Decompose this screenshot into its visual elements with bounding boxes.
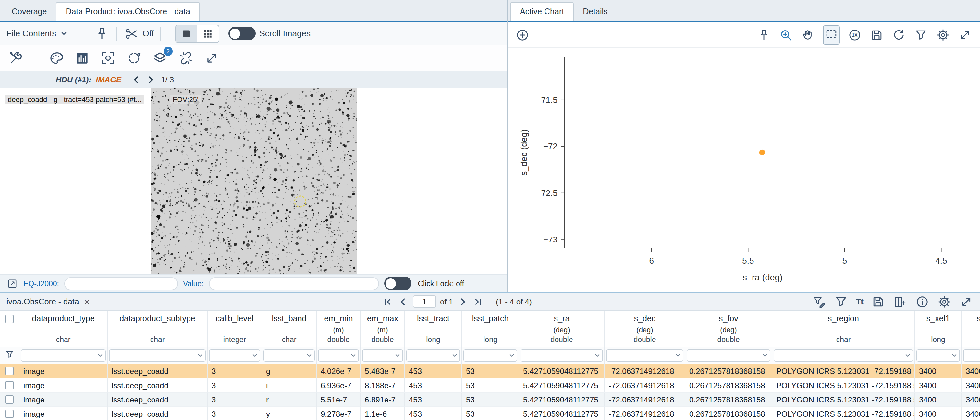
tab-active-chart[interactable]: Active Chart (510, 2, 574, 21)
column-filter-combo[interactable] (318, 349, 359, 361)
pin-icon[interactable] (94, 25, 109, 41)
sky-image[interactable] (150, 88, 356, 274)
column-filter-combo[interactable] (606, 349, 683, 361)
next-icon[interactable] (457, 296, 469, 307)
save-icon[interactable] (871, 294, 885, 309)
column-header[interactable]: em_max(m)double (361, 311, 405, 347)
last-page-icon[interactable] (473, 296, 484, 307)
column-filter-combo[interactable] (21, 349, 106, 361)
data-table-wrap[interactable]: dataproduct_typechardataproduct_subtypec… (0, 311, 980, 420)
image-viewer[interactable]: deep_coadd - g - tract=453 patch=53 (#t.… (0, 88, 507, 274)
expand-viewer-icon[interactable] (6, 277, 18, 289)
page-number-input[interactable] (413, 295, 436, 308)
tab-coverage[interactable]: Coverage (3, 2, 56, 21)
close-icon[interactable]: × (84, 297, 89, 306)
column-header[interactable]: calib_levelinteger (208, 311, 262, 347)
tab-details[interactable]: Details (574, 2, 617, 21)
pan-icon[interactable] (801, 28, 815, 42)
edit-filter-icon[interactable] (811, 294, 826, 309)
table-row[interactable]: imagelsst.deep_coadd3r5.51e-76.891e-7453… (0, 393, 980, 407)
tab-data-product[interactable]: Data Product: ivoa.ObsCore - data (56, 2, 200, 21)
row-checkbox[interactable] (5, 395, 14, 404)
scatter-chart[interactable]: 65.554.5−71.5−72−72.5−73s_ra (deg)s_dec … (508, 48, 980, 292)
column-filter-combo[interactable] (520, 349, 603, 361)
select-area-button[interactable] (823, 25, 840, 45)
next-icon[interactable] (145, 74, 156, 85)
save-icon[interactable] (870, 28, 884, 42)
table-row[interactable]: imagelsst.deep_coadd3g4.026e-75.483e-745… (0, 364, 980, 379)
palette-icon[interactable] (48, 50, 64, 66)
cut-icon[interactable] (123, 25, 138, 41)
click-lock-toggle[interactable] (384, 277, 412, 290)
add-chart-icon[interactable] (515, 28, 530, 42)
filter-icon[interactable] (834, 294, 848, 309)
column-header[interactable]: lsst_bandchar (262, 311, 317, 347)
recenter-icon[interactable] (100, 50, 116, 66)
table-panel: ivoa.ObsCore - data × of 1 (1 - 4 of 4) … (0, 292, 980, 420)
column-filter-combo[interactable] (209, 349, 260, 361)
zoom-original-icon[interactable] (848, 28, 862, 42)
expand-icon[interactable] (204, 50, 220, 66)
column-header[interactable]: s_xel1long (915, 311, 962, 347)
column-header[interactable]: em_min(m)double (317, 311, 361, 347)
column-header[interactable]: dataproduct_subtypechar (108, 311, 208, 347)
table-tab[interactable]: ivoa.ObsCore - data × (6, 297, 89, 306)
column-header[interactable]: s_fov(deg)double (685, 311, 772, 347)
prev-icon[interactable] (130, 74, 142, 85)
column-filter-combo[interactable] (264, 349, 315, 361)
scroll-images-toggle[interactable] (228, 27, 255, 40)
column-filter-combo[interactable] (687, 349, 770, 361)
restore-icon[interactable] (892, 28, 906, 42)
column-filter-combo[interactable] (109, 349, 206, 361)
expand-icon[interactable] (958, 28, 972, 42)
column-header[interactable]: s_ra(deg)double (519, 311, 605, 347)
add-column-icon[interactable] (893, 294, 907, 309)
select-all-checkbox[interactable] (0, 311, 19, 347)
row-checkbox[interactable] (5, 410, 14, 418)
unlink-icon[interactable] (178, 50, 194, 66)
table-cell: 5.4271059048112775 (519, 407, 605, 420)
column-header[interactable]: dataproduct_typechar (19, 311, 108, 347)
column-header[interactable]: lsst_tractlong (405, 311, 462, 347)
text-view-icon[interactable]: Tt (856, 297, 863, 306)
first-page-icon[interactable] (382, 296, 393, 307)
column-filter-combo[interactable] (916, 349, 960, 361)
column-filter-combo[interactable] (963, 349, 980, 361)
row-checkbox[interactable] (5, 367, 14, 375)
column-filter-combo[interactable] (774, 349, 913, 361)
chart-panel: Active Chart Details 65.554.5−71.5−72−72… (508, 0, 980, 292)
prev-icon[interactable] (397, 296, 409, 307)
column-header[interactable]: s_regionchar (772, 311, 915, 347)
hdu-type-label: IMAGE (96, 75, 121, 84)
table-row[interactable]: imagelsst.deep_coadd3i6.936e-78.188e-745… (0, 379, 980, 393)
value-readout (209, 277, 379, 290)
column-filter-combo[interactable] (406, 349, 460, 361)
column-filter-combo[interactable] (362, 349, 403, 361)
file-contents-dropdown[interactable]: File Contents (6, 29, 68, 38)
expand-icon[interactable] (959, 294, 974, 309)
table-cell: 6.891e-7 (361, 393, 405, 407)
info-icon[interactable] (915, 294, 929, 309)
column-name: dataproduct_subtype (119, 314, 195, 323)
column-header[interactable]: s_xel2long (962, 311, 980, 347)
coord-readout (64, 277, 178, 290)
column-filter-combo[interactable] (463, 349, 517, 361)
table-row[interactable]: imagelsst.deep_coadd3y9.278e-71.1e-64535… (0, 407, 980, 420)
histogram-icon[interactable] (74, 50, 90, 66)
column-type: double (633, 336, 656, 345)
layers-icon[interactable]: 2 (152, 50, 168, 66)
image-panel: Coverage Data Product: ivoa.ObsCore - da… (0, 0, 508, 292)
row-checkbox[interactable] (5, 381, 14, 390)
tools-icon[interactable] (8, 50, 24, 66)
pin-icon[interactable] (757, 28, 771, 42)
grid-view-button[interactable] (197, 25, 218, 42)
single-view-button[interactable] (175, 25, 197, 42)
column-header[interactable]: lsst_patchlong (462, 311, 519, 347)
filter-icon[interactable] (914, 28, 928, 42)
column-header[interactable]: s_dec(deg)double (605, 311, 685, 347)
settings-icon[interactable] (936, 28, 950, 42)
settings-icon[interactable] (937, 294, 951, 309)
zoom-in-icon[interactable] (779, 28, 793, 42)
table-cell: 3400 (915, 364, 962, 379)
rotate-icon[interactable] (126, 50, 142, 66)
